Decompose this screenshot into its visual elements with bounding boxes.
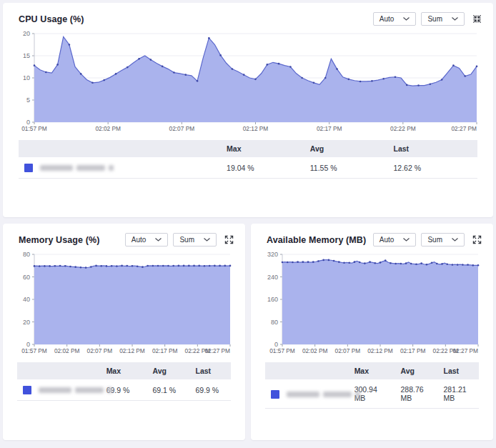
legend-header-row: Max Avg Last — [17, 362, 231, 379]
svg-text:5: 5 — [26, 96, 30, 104]
legend-table: Max Avg Last 69.9 % 69.1 % 69.9 % — [17, 362, 231, 401]
chevron-down-icon — [403, 238, 410, 242]
chart-controls: Auto Sum — [125, 233, 235, 247]
svg-text:320: 320 — [267, 251, 278, 258]
svg-text:40: 40 — [23, 296, 30, 303]
legend-table: Max Avg Last 300.94 MB 288.76 MB 281.21 … — [265, 362, 479, 409]
last-value: 12.62 % — [388, 157, 478, 179]
expand-icon — [224, 235, 234, 244]
svg-text:01:57 PM: 01:57 PM — [21, 347, 47, 354]
panel-title: CPU Usage (%) — [19, 14, 84, 24]
svg-text:01:57 PM: 01:57 PM — [269, 347, 295, 354]
panel-header: Memory Usage (%) Auto Sum — [3, 224, 245, 248]
col-max: Max — [221, 140, 304, 157]
series-color-swatch — [271, 390, 279, 399]
aggregation-select-value: Sum — [179, 236, 194, 244]
chart-controls: Auto Sum — [373, 12, 483, 26]
svg-text:80: 80 — [271, 319, 278, 326]
chart-controls: Auto Sum — [373, 233, 483, 247]
svg-text:02:02 PM: 02:02 PM — [54, 347, 80, 354]
avg-value: 11.55 % — [304, 157, 388, 179]
svg-text:02:12 PM: 02:12 PM — [367, 347, 393, 354]
aggregation-select[interactable]: Sum — [173, 233, 217, 247]
svg-text:02:27 PM: 02:27 PM — [204, 347, 230, 354]
svg-text:240: 240 — [267, 274, 278, 281]
panel-memory-usage: Memory Usage (%) Auto Sum — [3, 224, 245, 440]
svg-text:02:17 PM: 02:17 PM — [152, 347, 178, 354]
svg-text:160: 160 — [267, 296, 278, 303]
compress-icon — [472, 14, 482, 24]
chevron-down-icon — [403, 17, 410, 21]
series-label-redacted — [39, 387, 112, 393]
chevron-down-icon — [452, 238, 458, 242]
panel-title: Memory Usage (%) — [19, 235, 99, 245]
interval-select[interactable]: Auto — [125, 233, 169, 247]
bottom-row: Memory Usage (%) Auto Sum — [3, 224, 493, 440]
svg-text:02:12 PM: 02:12 PM — [243, 125, 269, 132]
panel-header: CPU Usage (%) Auto Sum — [3, 3, 493, 27]
col-last: Last — [189, 362, 231, 379]
svg-text:02:12 PM: 02:12 PM — [119, 347, 145, 354]
available-memory-chart: 08016024032001:57 PM02:02 PM02:07 PM02:1… — [261, 249, 485, 358]
chevron-down-icon — [155, 238, 162, 242]
aggregation-select[interactable]: Sum — [421, 12, 465, 26]
aggregation-select[interactable]: Sum — [421, 233, 465, 247]
col-series — [17, 362, 101, 379]
series-color-swatch — [23, 386, 31, 394]
legend-table: Max Avg Last 19.04 % 11.55 % 12.62 % — [19, 140, 477, 179]
expand-icon — [472, 235, 482, 244]
svg-text:02:07 PM: 02:07 PM — [335, 347, 361, 354]
interval-select[interactable]: Auto — [373, 12, 417, 26]
svg-text:02:07 PM: 02:07 PM — [169, 125, 195, 132]
svg-text:80: 80 — [23, 251, 30, 258]
col-series — [265, 362, 349, 379]
interval-select-value: Auto — [380, 236, 395, 244]
svg-text:10: 10 — [23, 74, 30, 81]
panel-title: Available Memory (MB) — [267, 235, 366, 245]
svg-text:02:02 PM: 02:02 PM — [95, 125, 121, 132]
legend-row[interactable]: 300.94 MB 288.76 MB 281.21 MB — [265, 379, 479, 409]
col-avg: Avg — [147, 362, 190, 379]
col-last: Last — [388, 140, 478, 157]
svg-text:15: 15 — [23, 52, 30, 59]
interval-select-value: Auto — [132, 236, 147, 244]
aggregation-select-value: Sum — [427, 15, 442, 23]
series-color-swatch — [24, 164, 33, 172]
series-label-redacted — [40, 165, 114, 171]
avg-value: 288.76 MB — [395, 379, 438, 409]
svg-text:02:27 PM: 02:27 PM — [452, 347, 478, 354]
series-label-redacted — [287, 392, 360, 397]
svg-text:01:57 PM: 01:57 PM — [21, 125, 47, 132]
panel-cpu-usage: CPU Usage (%) Auto Sum 0510152001:57 PM0… — [3, 3, 493, 217]
col-avg: Avg — [395, 362, 438, 379]
max-value: 19.04 % — [221, 157, 304, 179]
col-avg: Avg — [304, 140, 388, 157]
svg-text:02:17 PM: 02:17 PM — [400, 347, 426, 354]
svg-text:60: 60 — [23, 274, 30, 281]
memory-usage-chart: 02040608001:57 PM02:02 PM02:07 PM02:12 P… — [13, 249, 237, 358]
aggregation-select-value: Sum — [427, 236, 442, 244]
series-name-cell — [265, 379, 349, 409]
svg-text:02:17 PM: 02:17 PM — [317, 125, 342, 132]
collapse-chart-button[interactable] — [471, 13, 483, 25]
panel-header: Available Memory (MB) Auto Sum — [251, 224, 493, 248]
expand-chart-button[interactable] — [223, 234, 235, 246]
col-max: Max — [101, 362, 147, 379]
series-name-cell — [17, 379, 101, 401]
svg-text:02:22 PM: 02:22 PM — [390, 125, 416, 132]
chevron-down-icon — [452, 17, 458, 21]
svg-text:20: 20 — [23, 319, 30, 326]
interval-select[interactable]: Auto — [373, 233, 417, 247]
metrics-dashboard: CPU Usage (%) Auto Sum 0510152001:57 PM0… — [3, 3, 493, 440]
col-max: Max — [349, 362, 395, 379]
last-value: 281.21 MB — [437, 379, 479, 409]
avg-value: 69.1 % — [147, 379, 190, 401]
legend-row[interactable]: 69.9 % 69.1 % 69.9 % — [17, 379, 231, 401]
col-last: Last — [437, 362, 479, 379]
svg-text:02:27 PM: 02:27 PM — [451, 125, 477, 132]
last-value: 69.9 % — [189, 379, 231, 401]
expand-chart-button[interactable] — [471, 234, 483, 246]
legend-row[interactable]: 19.04 % 11.55 % 12.62 % — [19, 157, 477, 179]
series-name-cell — [19, 157, 221, 179]
cpu-usage-chart: 0510152001:57 PM02:02 PM02:07 PM02:12 PM… — [13, 29, 483, 136]
